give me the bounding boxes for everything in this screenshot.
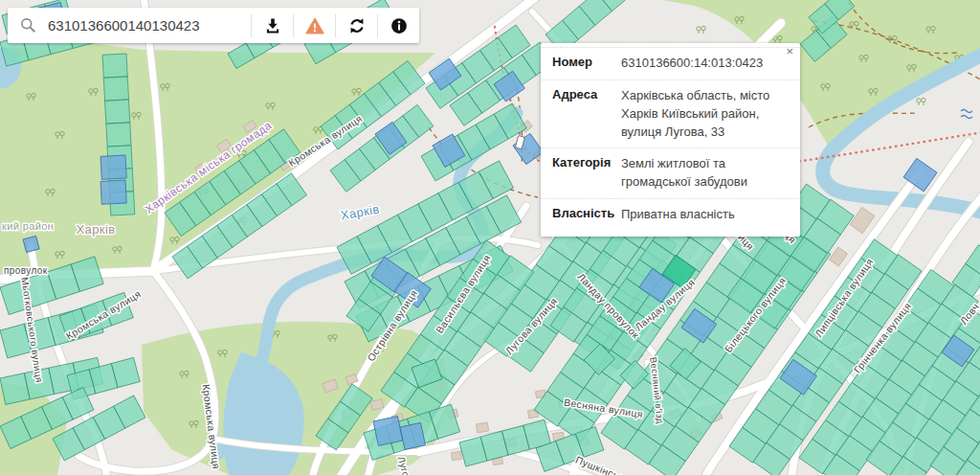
search-bar bbox=[8, 8, 419, 43]
popup-row-value: 6310136600:14:013:0423 bbox=[621, 55, 789, 73]
popup-row-label: Номер bbox=[552, 55, 621, 73]
parcel[interactable] bbox=[103, 77, 128, 101]
parcel[interactable] bbox=[100, 155, 126, 179]
search-input[interactable] bbox=[46, 16, 251, 34]
parcel[interactable] bbox=[23, 236, 39, 252]
popup-row-value: Землі житлової та громадської забудови bbox=[621, 155, 789, 192]
cadastral-map-app: Кромська вулицяКромська вулицяКромська в… bbox=[0, 0, 980, 475]
popup-row-ownership: Власність Приватна власність bbox=[541, 198, 800, 231]
popup-row-label: Власність bbox=[552, 206, 621, 224]
search-icon bbox=[20, 17, 36, 34]
refresh-button[interactable] bbox=[336, 9, 377, 43]
parcel[interactable] bbox=[400, 422, 426, 449]
download-button[interactable] bbox=[252, 9, 293, 43]
map-label: кий район bbox=[2, 220, 54, 232]
warning-button[interactable] bbox=[294, 9, 335, 43]
popup-row-category: Категорія Землі житлової та громадської … bbox=[541, 147, 800, 198]
popup-row-address: Адреса Харківська область, місто Харків … bbox=[541, 79, 800, 148]
parcel[interactable] bbox=[106, 123, 131, 147]
parcel[interactable] bbox=[102, 54, 127, 78]
popup-close-button[interactable]: × bbox=[786, 45, 793, 57]
popup-row-label: Категорія bbox=[552, 155, 621, 192]
map-label: Харків bbox=[76, 222, 115, 237]
map-label: провулок bbox=[4, 265, 48, 276]
parcel[interactable] bbox=[373, 417, 403, 446]
map-canvas[interactable]: Кромська вулицяКромська вулицяКромська в… bbox=[0, 0, 980, 475]
popup-row-label: Адреса bbox=[552, 87, 621, 142]
parcel[interactable] bbox=[105, 100, 130, 124]
popup-row-number: Номер 6310136600:14:013:0423 bbox=[541, 47, 800, 79]
building bbox=[476, 422, 488, 433]
parcel[interactable] bbox=[100, 180, 126, 204]
info-button[interactable] bbox=[378, 9, 419, 43]
building bbox=[451, 451, 461, 460]
popup-row-value: Приватна власність bbox=[621, 206, 789, 224]
parcel-info-popup: × Номер 6310136600:14:013:0423 Адреса Ха… bbox=[541, 43, 800, 237]
popup-row-value: Харківська область, місто Харків Київськ… bbox=[621, 87, 789, 142]
